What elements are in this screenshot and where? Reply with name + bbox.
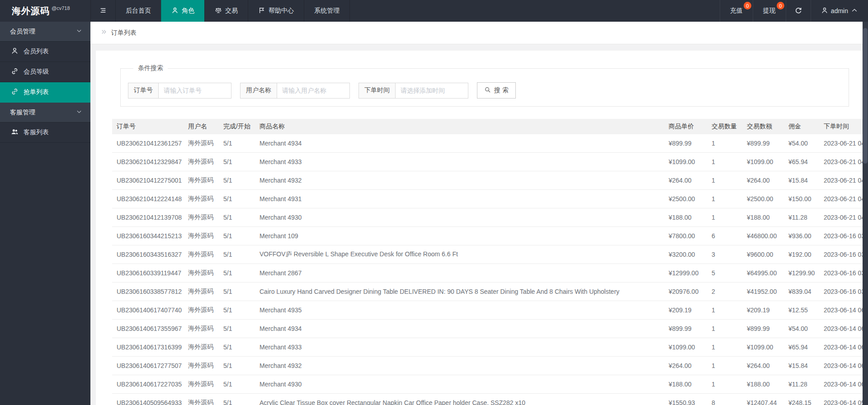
cell-quantity: 1 bbox=[707, 134, 742, 153]
search-button[interactable]: 搜 索 bbox=[477, 82, 516, 99]
withdraw-badge: 0 bbox=[777, 2, 784, 9]
cell-progress: 5/1 bbox=[219, 320, 255, 338]
cell-product-name: Merchant 4935 bbox=[255, 301, 664, 320]
nav-item-system[interactable]: 系统管理 bbox=[304, 0, 349, 22]
user-icon bbox=[821, 7, 828, 15]
nav-item-label: 交易 bbox=[225, 7, 238, 15]
hamburger-icon bbox=[99, 7, 107, 15]
withdraw-button[interactable]: 提现 0 bbox=[753, 0, 786, 22]
nav-item-trade[interactable]: 交易 bbox=[204, 0, 248, 22]
sidebar-collapse-button[interactable] bbox=[90, 0, 115, 22]
cell-username: 海外源码 bbox=[184, 134, 219, 153]
cell-unit-price: ¥2500.00 bbox=[664, 190, 707, 208]
cell-username: 海外源码 bbox=[184, 153, 219, 171]
order-id-input[interactable] bbox=[158, 83, 231, 99]
cell-order-time: 2023-06-14 06: bbox=[819, 301, 863, 320]
cell-unit-price: ¥12999.00 bbox=[664, 264, 707, 283]
person-icon bbox=[171, 7, 179, 15]
cell-quantity: 2 bbox=[707, 283, 742, 301]
cell-product-name: Merchant 4933 bbox=[255, 153, 664, 171]
nav-item-roles[interactable]: 角色 bbox=[161, 0, 204, 22]
cell-product-name: Merchant 4934 bbox=[255, 134, 664, 153]
order-time-input[interactable] bbox=[395, 83, 468, 99]
cell-commission: ¥54.00 bbox=[784, 320, 819, 338]
cell-commission: ¥65.94 bbox=[784, 153, 819, 171]
table-row: UB2306160338577812 海外源码 5/1 Cairo Luxury… bbox=[112, 283, 863, 301]
cell-order-time: 2023-06-21 04: bbox=[819, 208, 863, 227]
refresh-icon bbox=[795, 7, 802, 15]
table-row: UB2306210412275001 海外源码 5/1 Merchant 493… bbox=[112, 171, 863, 190]
cell-username: 海外源码 bbox=[184, 171, 219, 190]
cell-commission: ¥1299.90 bbox=[784, 264, 819, 283]
nav-item-help-center[interactable]: 帮助中心 bbox=[248, 0, 304, 22]
nav-item-label: 帮助中心 bbox=[269, 7, 294, 15]
chevron-up-icon bbox=[851, 7, 858, 15]
sidebar-item-order-grab-list[interactable]: 抢单列表 bbox=[0, 82, 90, 103]
cell-order-id: UB2306160343516327 bbox=[112, 245, 184, 264]
scales-icon bbox=[215, 7, 222, 15]
username-label: admin bbox=[831, 7, 848, 14]
cell-product-name: Merchant 4932 bbox=[255, 171, 664, 190]
cell-commission: ¥15.84 bbox=[784, 171, 819, 190]
logo-text: 海外源码 bbox=[12, 5, 50, 17]
cell-product-name: Merchant 4933 bbox=[255, 338, 664, 357]
cell-progress: 5/1 bbox=[219, 208, 255, 227]
sidebar-group-service-management[interactable]: 客服管理 bbox=[0, 103, 90, 122]
cell-product-name: Merchant 4932 bbox=[255, 357, 664, 375]
withdraw-label: 提现 bbox=[763, 7, 776, 15]
refresh-button[interactable] bbox=[786, 0, 811, 22]
sidebar-item-label: 会员等级 bbox=[24, 68, 49, 76]
cell-quantity: 1 bbox=[707, 375, 742, 394]
cell-product-name: VOFFOV庐 Reversible L Shape Executive Des… bbox=[255, 245, 664, 264]
cell-commission: ¥15.84 bbox=[784, 357, 819, 375]
scrollbar-thumb[interactable] bbox=[863, 28, 868, 164]
cell-order-id: UB2306160338577812 bbox=[112, 283, 184, 301]
cell-order-time: 2023-06-16 03: bbox=[819, 245, 863, 264]
table-row: UB2306160343516327 海外源码 5/1 VOFFOV庐 Reve… bbox=[112, 245, 863, 264]
sidebar-item-label: 客服列表 bbox=[24, 128, 49, 137]
person-icon bbox=[11, 47, 19, 56]
cell-username: 海外源码 bbox=[184, 394, 219, 405]
cell-commission: ¥54.00 bbox=[784, 134, 819, 153]
cell-unit-price: ¥1099.00 bbox=[664, 338, 707, 357]
nav-item-dashboard[interactable]: 后台首页 bbox=[115, 0, 161, 22]
cell-progress: 5/1 bbox=[219, 245, 255, 264]
cell-order-id: UB2306140617227035 bbox=[112, 375, 184, 394]
username-input[interactable] bbox=[277, 83, 350, 99]
sidebar-group-member-management[interactable]: 会员管理 bbox=[0, 22, 90, 42]
user-menu[interactable]: admin bbox=[811, 0, 868, 22]
cell-unit-price: ¥20976.00 bbox=[664, 283, 707, 301]
order-time-field-label: 下单时间 bbox=[359, 83, 395, 99]
search-button-label: 搜 索 bbox=[494, 86, 509, 94]
table-row: UB2306140617355967 海外源码 5/1 Merchant 493… bbox=[112, 320, 863, 338]
breadcrumb-bar: 订单列表 bbox=[90, 22, 868, 44]
cell-order-id: UB2306140617316399 bbox=[112, 338, 184, 357]
cell-quantity: 3 bbox=[707, 245, 742, 264]
table-row: UB2306140617227035 海外源码 5/1 Merchant 493… bbox=[112, 375, 863, 394]
nav-item-label: 角色 bbox=[182, 7, 194, 15]
cell-order-time: 2023-06-14 05: bbox=[819, 394, 863, 405]
table-column-header: 订单号 bbox=[112, 119, 184, 134]
cell-username: 海外源码 bbox=[184, 264, 219, 283]
content-area: 条件搜索 订单号 用户名称 下单时间 bbox=[90, 44, 868, 405]
link-icon bbox=[11, 67, 19, 76]
cell-quantity: 1 bbox=[707, 338, 742, 357]
recharge-button[interactable]: 充值 0 bbox=[720, 0, 753, 22]
cell-order-time: 2023-06-16 03: bbox=[819, 264, 863, 283]
table-row: UB2306160339119447 海外源码 5/1 Merchant 286… bbox=[112, 264, 863, 283]
cell-quantity: 1 bbox=[707, 357, 742, 375]
sidebar-item-member-level[interactable]: 会员等级 bbox=[0, 62, 90, 82]
cell-unit-price: ¥1550.93 bbox=[664, 394, 707, 405]
sidebar-item-member-list[interactable]: 会员列表 bbox=[0, 42, 90, 62]
table-row: UB2306140617407740 海外源码 5/1 Merchant 493… bbox=[112, 301, 863, 320]
cell-order-id: UB2306140617277507 bbox=[112, 357, 184, 375]
double-chevron-right-icon bbox=[100, 28, 107, 37]
cell-username: 海外源码 bbox=[184, 245, 219, 264]
cell-unit-price: ¥899.99 bbox=[664, 134, 707, 153]
table-column-header: 佣金 bbox=[784, 119, 819, 134]
cell-order-time: 2023-06-16 03: bbox=[819, 227, 863, 245]
sidebar-item-service-list[interactable]: 客服列表 bbox=[0, 122, 90, 143]
cell-progress: 5/1 bbox=[219, 357, 255, 375]
cell-amount: ¥264.00 bbox=[742, 171, 784, 190]
cell-amount: ¥9600.00 bbox=[742, 245, 784, 264]
